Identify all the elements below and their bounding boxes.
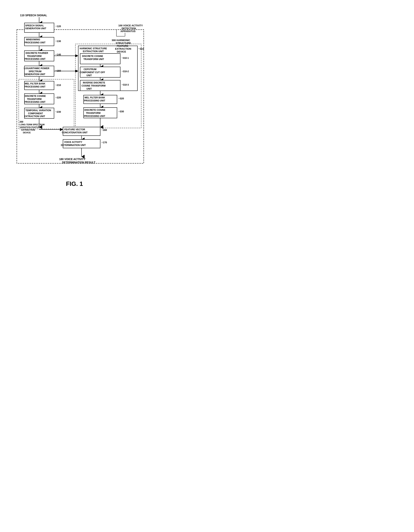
diagram-svg: 100 VOICE ACTIVITY DETECTION APPARATUS 1… (4, 6, 145, 174)
cepstrum-text: CEPSTRUM (83, 68, 96, 71)
device200-label2: LONG-TERM SPECTRUM (19, 124, 45, 126)
cepstrum-text3: UNIT (86, 74, 92, 77)
log-power-text2: SPECTRUM (29, 70, 41, 73)
vad-unit-num: ~170 (101, 141, 107, 144)
dct330-text2: TRANSFORM (86, 112, 101, 114)
dct220-num: ~220 (55, 96, 61, 99)
device200-label: 200 (19, 121, 23, 123)
harmonic300-label4: EXTRACTION (115, 47, 131, 50)
temporal-text3: EXTRACTION UNIT (24, 115, 45, 118)
harmonic-310-text: HARMONIC STRUCTURE (80, 47, 107, 50)
vad-unit-text: VOICE ACTIVITY (64, 141, 82, 143)
dct330-num: ~330 (118, 110, 124, 113)
dft-num: ~140 (55, 53, 61, 56)
windowing-text: WINDOWING (26, 38, 40, 41)
dct330-text3: PROCESSING UNIT (84, 115, 105, 117)
temporal-text: TEMPORAL VARIATION (25, 109, 51, 112)
mel210-text2: PROCESSING UNIT (24, 86, 46, 88)
mel320-num: ~320 (118, 97, 124, 100)
idct-num: ~310-3 (122, 84, 129, 86)
dct220-text3: PROCESSING UNIT (24, 101, 46, 103)
vad-apparatus-label3: APPARATUS (120, 30, 136, 33)
vad-unit-text2: DETERMINATION UNIT (61, 144, 86, 146)
figure-caption: FIG. 1 (66, 180, 83, 187)
speech-signal-gen-text: SPEECH SIGNAL (25, 24, 44, 27)
speech-signal-gen-text2: GENERATION UNIT (25, 27, 46, 30)
device200-label5: DEVICE (23, 132, 31, 134)
idct-text2: COSINE TRANSFORM (82, 85, 106, 87)
harmonic-310-num: ~310 (138, 47, 144, 50)
idct-text: INVERSE DISCRETE (83, 81, 105, 84)
feature-vector-num: ~160 (101, 129, 107, 132)
result-label: 180 VOICE ACTIVITY (59, 158, 86, 161)
dct220-text: DISCRETE COSINE (25, 95, 46, 97)
log-power-text: LOGARITHMIC POWER (24, 67, 49, 70)
speech-signal-label: 110 SPEECH SIGNAL (20, 14, 47, 17)
dct220-text2: TRANSFORM (27, 98, 42, 100)
dct310-1-text2: TRANSFORM UNIT (83, 58, 104, 61)
harmonic300-label5: DEVICE (117, 50, 126, 53)
speech-signal-gen-num: ~120 (55, 25, 61, 28)
mel210-num: ~210 (55, 84, 61, 86)
dft-text2: TRANSFORM (27, 55, 42, 57)
cepstrum-num: ~310-2 (122, 70, 129, 73)
feature-vector-text2: CONCATENATION UNIT (62, 131, 88, 134)
harmonic-310-text2: EXTRACTION UNIT (83, 50, 104, 53)
cepstrum-text2: COMPONENT CUT OFF (80, 71, 105, 74)
feature-vector-text: FEATURE VECTOR (64, 128, 85, 131)
temporal-num: ~230 (55, 110, 61, 113)
vad-apparatus-label: 100 VOICE ACTIVITY (118, 24, 143, 27)
device200-label4: EXTRACTION (21, 129, 35, 131)
vad-apparatus-label2: DETECTION (122, 27, 136, 30)
result-label2: DETERMINATION RESULT (62, 161, 95, 164)
dct310-1-num: ~310-1 (122, 57, 129, 59)
dct330-text: DISCRETE COSINE (84, 109, 105, 111)
device200-label3: VARIATION FEATURE (19, 126, 41, 128)
diagram-container: 100 VOICE ACTIVITY DETECTION APPARATUS 1… (4, 6, 145, 175)
idct-text3: UNIT (86, 87, 92, 90)
log-power-text3: GENERATION UNIT (24, 73, 46, 76)
harmonic300-label2: STRUCTURE (116, 42, 131, 45)
temporal-text2: COMPONENT (28, 112, 43, 115)
mel320-text2: PROCESSING UNIT (84, 99, 105, 102)
dft-text3: PROCESSING UNIT (24, 58, 46, 60)
harmonic300-label: 300 HARMONIC (112, 39, 130, 42)
mel320-text: MEL FILTER BANK (84, 96, 105, 99)
windowing-text2: PROCESSING UNIT (24, 41, 46, 44)
mel210-text: MEL FILTER BANK (25, 82, 46, 85)
dct310-1-text: DISCRETE COSINE (82, 55, 103, 57)
dft-text: DISCRETE FOURIER (26, 52, 48, 54)
windowing-num: ~130 (55, 40, 61, 43)
log-power-num: ~150 (55, 69, 61, 72)
